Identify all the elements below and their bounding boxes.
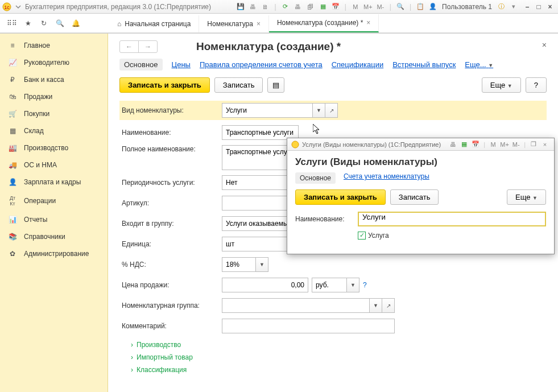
kind-field[interactable] bbox=[222, 103, 313, 118]
nomgroup-dropdown-button[interactable]: ▼ bbox=[370, 298, 382, 313]
sidebar-item-reports[interactable]: 📊Отчеты bbox=[0, 211, 108, 228]
dialog-mminus[interactable]: M- bbox=[510, 139, 522, 150]
sidebar-item-main[interactable]: ≡Главное bbox=[0, 37, 108, 54]
sidebar-item-manager[interactable]: 📈Руководителю bbox=[0, 54, 108, 71]
dialog-save-button[interactable]: Записать bbox=[390, 189, 439, 205]
dialog-more-button[interactable]: Еще ▼ bbox=[507, 189, 546, 205]
tab-nomenclature[interactable]: Номенклатура× bbox=[199, 15, 269, 32]
unit-input[interactable] bbox=[226, 240, 295, 248]
details-button[interactable]: ▤ bbox=[267, 77, 284, 93]
comment-field[interactable] bbox=[222, 319, 395, 333]
price-help-icon[interactable]: ? bbox=[363, 281, 367, 289]
dialog-mplus[interactable]: M+ bbox=[499, 139, 510, 150]
currency-input[interactable] bbox=[316, 281, 343, 289]
minimize-button[interactable]: – bbox=[522, 3, 533, 11]
subnav-more[interactable]: Еще... ▼ bbox=[465, 60, 493, 69]
maximize-button[interactable]: □ bbox=[533, 3, 544, 11]
period-input[interactable] bbox=[226, 179, 295, 187]
nomgroup-field[interactable] bbox=[222, 298, 370, 313]
sidebar-item-catalogs[interactable]: 📚Справочники bbox=[0, 228, 108, 245]
dialog-subnav-accounts[interactable]: Счета учета номенклатуры bbox=[344, 172, 429, 184]
kind-dropdown-button[interactable]: ▼ bbox=[313, 103, 325, 118]
subnav-prices[interactable]: Цены bbox=[172, 60, 191, 69]
nomgroup-open-button[interactable]: ↗ bbox=[382, 298, 395, 313]
more-button[interactable]: Еще ▼ bbox=[482, 77, 521, 93]
kind-input[interactable] bbox=[226, 106, 309, 114]
current-user[interactable]: Пользователь 1 bbox=[440, 3, 494, 11]
dialog-print-icon[interactable]: 🖶 bbox=[447, 139, 458, 150]
dialog-service-checkbox[interactable]: ✓ Услуга bbox=[358, 232, 389, 240]
sidebar-item-admin[interactable]: ✿Администрирование bbox=[0, 245, 108, 262]
dialog-calendar-icon[interactable]: ▦ bbox=[458, 139, 470, 150]
price-field[interactable] bbox=[222, 278, 308, 292]
article-input[interactable] bbox=[226, 199, 295, 207]
subnav-vstrech[interactable]: Встречный выпуск bbox=[392, 60, 456, 69]
sidebar-item-purchases[interactable]: 🛒Покупки bbox=[0, 105, 108, 122]
toolbar-copy-icon[interactable]: 🗐 bbox=[305, 2, 316, 12]
save-button[interactable]: Записать bbox=[214, 77, 263, 93]
memory-mplus[interactable]: M+ bbox=[362, 2, 374, 12]
toolbar-print-icon[interactable]: 🖶 bbox=[247, 2, 259, 12]
dialog-date-icon[interactable]: 📅 bbox=[470, 139, 481, 150]
sidebar-item-warehouse[interactable]: ▦Склад bbox=[0, 122, 108, 139]
toolbar-info-dropdown-icon[interactable]: ▾ bbox=[508, 2, 519, 12]
apps-icon[interactable]: ⠿⠿ bbox=[7, 19, 17, 27]
tree-classification[interactable]: ›Классификация bbox=[119, 364, 547, 376]
bell-icon[interactable]: 🔔 bbox=[71, 19, 81, 27]
toolbar-refresh-icon[interactable]: ⟳ bbox=[280, 2, 291, 12]
toolbar-clipboard-icon[interactable]: 📋 bbox=[415, 2, 426, 12]
memory-m[interactable]: M bbox=[350, 2, 361, 12]
kind-open-button[interactable]: ↗ bbox=[325, 103, 338, 118]
group-input[interactable] bbox=[226, 220, 295, 228]
nav-forward-button[interactable]: → bbox=[139, 41, 157, 52]
dialog-subnav-main[interactable]: Основное bbox=[295, 172, 336, 184]
toolbar-zoom-icon[interactable]: 🔍 bbox=[395, 2, 406, 12]
sidebar-item-production[interactable]: 🏭Производство bbox=[0, 139, 108, 156]
toolbar-info-icon[interactable]: ⓘ bbox=[495, 2, 507, 12]
dialog-restore-button[interactable]: ❐ bbox=[528, 139, 539, 150]
sidebar-item-assets[interactable]: 🚚ОС и НМА bbox=[0, 156, 108, 174]
history-icon[interactable]: ↻ bbox=[39, 19, 49, 27]
toolbar-date-icon[interactable]: 📅 bbox=[330, 2, 341, 12]
dialog-save-close-button[interactable]: Записать и закрыть bbox=[295, 189, 386, 205]
close-button[interactable]: × bbox=[544, 3, 556, 11]
nomgroup-input[interactable] bbox=[226, 302, 366, 310]
sidebar-item-bank[interactable]: ₽Банк и касса bbox=[0, 71, 108, 88]
memory-mminus[interactable]: M- bbox=[375, 2, 386, 12]
subnav-main[interactable]: Основное bbox=[119, 59, 163, 71]
help-button[interactable]: ? bbox=[526, 77, 547, 93]
tab-close-icon[interactable]: × bbox=[257, 20, 261, 28]
currency-dropdown-button[interactable]: ▼ bbox=[347, 278, 359, 292]
toolbar-calendar-icon[interactable]: ▦ bbox=[317, 2, 329, 12]
subnav-rules[interactable]: Правила определения счетов учета bbox=[200, 60, 323, 69]
toolbar-save-icon[interactable]: 💾 bbox=[235, 2, 246, 12]
tab-nomenclature-create[interactable]: Номенклатура (создание) *× bbox=[269, 14, 379, 32]
save-close-button[interactable]: Записать и закрыть bbox=[119, 77, 210, 93]
dialog-m[interactable]: M bbox=[487, 139, 499, 150]
tree-import[interactable]: ›Импортный товар bbox=[119, 351, 547, 364]
dialog-name-input[interactable] bbox=[362, 213, 542, 221]
toolbar-preview-icon[interactable]: 🗎 bbox=[260, 2, 271, 12]
sidebar-item-operations[interactable]: ДтКтОперации bbox=[0, 191, 108, 211]
vat-input[interactable] bbox=[226, 261, 252, 269]
dialog-close-button[interactable]: × bbox=[539, 139, 551, 150]
subnav-specs[interactable]: Спецификации bbox=[332, 60, 384, 69]
close-page-button[interactable]: × bbox=[542, 40, 547, 49]
tab-close-icon[interactable]: × bbox=[366, 19, 370, 27]
nav-back-button[interactable]: ← bbox=[120, 41, 139, 52]
sidebar-item-sales[interactable]: 🛍Продажи bbox=[0, 88, 108, 105]
fullname-input[interactable] bbox=[226, 148, 295, 156]
toolbar-print2-icon[interactable]: 🖶 bbox=[292, 2, 304, 12]
price-input[interactable] bbox=[226, 281, 304, 289]
star-icon[interactable]: ★ bbox=[23, 19, 33, 27]
dialog-name-field[interactable] bbox=[358, 212, 546, 226]
comment-input[interactable] bbox=[226, 322, 391, 330]
dropdown-icon[interactable] bbox=[14, 2, 23, 11]
tree-production[interactable]: ›Производство bbox=[119, 339, 547, 351]
tab-home[interactable]: ⌂Начальная страница bbox=[109, 15, 199, 32]
sidebar-item-hr[interactable]: 👤Зарплата и кадры bbox=[0, 174, 108, 191]
search-icon[interactable]: 🔍 bbox=[55, 19, 65, 27]
vat-dropdown-button[interactable]: ▼ bbox=[256, 257, 268, 272]
vat-field[interactable] bbox=[222, 257, 256, 272]
currency-field[interactable] bbox=[312, 278, 347, 292]
